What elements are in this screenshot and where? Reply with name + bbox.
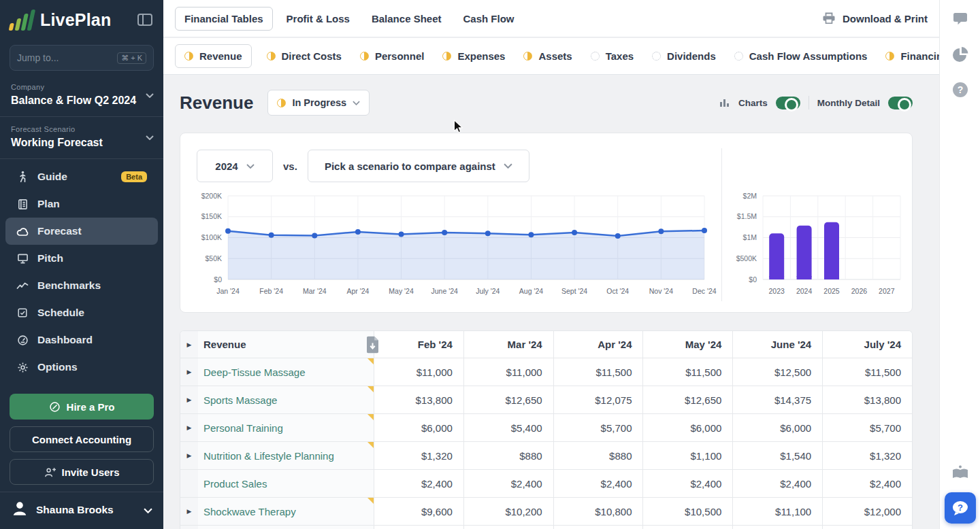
value-cell[interactable]: $6,000 <box>732 414 822 441</box>
value-cell[interactable] <box>822 526 912 529</box>
row-name-cell[interactable]: Personal Training <box>198 414 374 441</box>
expand-caret[interactable]: ▶ <box>180 358 198 386</box>
value-cell[interactable]: $6,000 <box>642 414 732 441</box>
value-cell[interactable]: $2,400 <box>732 470 822 497</box>
value-cell[interactable]: $12,000 <box>822 498 912 525</box>
value-cell[interactable]: $11,000 <box>463 358 553 386</box>
section-tab-direct-costs[interactable]: Direct Costs <box>267 50 342 62</box>
tab-cash-flow[interactable]: Cash Flow <box>455 7 522 30</box>
column-header-cell: Apr '24 <box>553 331 643 358</box>
sidebar-item-forecast[interactable]: Forecast <box>5 218 158 245</box>
expand-caret[interactable]: ▶ <box>180 498 198 525</box>
row-name-cell[interactable]: Nutrition & Lifestyle Planning <box>198 442 374 469</box>
value-cell[interactable]: $14,375 <box>732 386 822 413</box>
value-cell[interactable]: $1,320 <box>822 442 912 469</box>
tab-balance-sheet[interactable]: Balance Sheet <box>363 7 450 30</box>
value-cell[interactable]: $13,800 <box>822 386 912 413</box>
value-cell[interactable]: $11,100 <box>732 498 822 525</box>
svg-text:$2M: $2M <box>743 192 757 200</box>
value-cell[interactable]: $12,650 <box>463 386 553 413</box>
charts-icon <box>719 98 730 107</box>
value-cell[interactable]: $10,800 <box>553 498 643 525</box>
tab-financial-tables[interactable]: Financial Tables <box>175 7 273 31</box>
value-cell[interactable]: $5,400 <box>463 414 553 441</box>
value-cell[interactable]: $2,400 <box>463 470 553 497</box>
row-name-cell[interactable]: Sports Massage <box>198 386 374 413</box>
invite-users-button[interactable]: Invite Users <box>10 459 154 485</box>
value-cell[interactable]: $1,540 <box>732 442 822 469</box>
value-cell[interactable]: $10,500 <box>642 498 732 525</box>
section-tab-taxes[interactable]: Taxes <box>591 50 634 62</box>
sidebar-item-dashboard[interactable]: Dashboard <box>5 326 158 354</box>
hire-a-pro-button[interactable]: Hire a Pro <box>10 394 154 420</box>
value-cell[interactable]: $2,400 <box>822 470 912 497</box>
value-cell[interactable] <box>642 526 732 529</box>
tab-profit-and-loss[interactable]: Profit & Loss <box>278 7 358 30</box>
value-cell[interactable]: $6,000 <box>374 414 463 441</box>
gauge-icon <box>16 335 29 346</box>
row-name-cell[interactable]: Deep-Tissue Massage <box>198 358 374 386</box>
value-cell[interactable]: $880 <box>553 442 643 469</box>
value-cell[interactable]: $11,500 <box>553 358 643 386</box>
section-tab-expenses[interactable]: Expenses <box>442 50 505 62</box>
section-tab-revenue[interactable]: Revenue <box>175 44 252 68</box>
value-cell[interactable]: $2,400 <box>374 470 463 497</box>
section-tab-assets[interactable]: Assets <box>523 50 572 62</box>
download-print-button[interactable]: Download & Print <box>822 12 928 24</box>
jump-to-search-input[interactable]: Jump to... ⌘ + K <box>10 45 154 71</box>
help-question-icon[interactable]: ? <box>940 81 980 99</box>
value-cell[interactable]: $1,100 <box>642 442 732 469</box>
connect-accounting-button[interactable]: Connect Accounting <box>10 426 154 452</box>
collapse-sidebar-icon[interactable] <box>137 14 152 26</box>
compare-scenario-dropdown[interactable]: Pick a scenario to compare against <box>308 150 529 182</box>
section-tab-personnel[interactable]: Personnel <box>360 50 425 62</box>
value-cell[interactable] <box>463 526 553 529</box>
sidebar-item-benchmarks[interactable]: Benchmarks <box>5 272 158 299</box>
company-selector[interactable]: Company Balance & Flow Q2 2024 <box>0 75 163 117</box>
sidebar-item-options[interactable]: Options <box>5 354 158 381</box>
value-cell[interactable]: $12,500 <box>732 358 822 386</box>
value-cell[interactable]: $2,400 <box>642 470 732 497</box>
value-cell[interactable]: $5,700 <box>553 414 643 441</box>
value-cell[interactable]: $10,200 <box>463 498 553 525</box>
value-cell[interactable]: $11,500 <box>822 358 912 386</box>
value-cell[interactable]: $13,800 <box>374 386 463 413</box>
monthly-detail-toggle[interactable] <box>888 97 913 109</box>
value-cell[interactable]: $880 <box>463 442 553 469</box>
value-cell[interactable] <box>553 526 643 529</box>
row-name-cell[interactable]: Shockwave Therapy <box>198 498 374 525</box>
expand-caret[interactable]: ▶ <box>180 331 198 358</box>
sidebar-item-pitch[interactable]: Pitch <box>5 245 158 272</box>
sidebar-item-plan[interactable]: Plan <box>5 190 158 218</box>
value-cell[interactable]: $2,400 <box>553 470 643 497</box>
value-cell[interactable]: $9,600 <box>374 498 463 525</box>
row-name-cell[interactable]: Product Sales <box>198 470 374 497</box>
row-name-cell[interactable] <box>198 526 374 529</box>
export-file-icon[interactable] <box>365 336 380 354</box>
value-cell[interactable]: $12,650 <box>642 386 732 413</box>
value-cell[interactable] <box>732 526 822 529</box>
section-tab-dividends[interactable]: Dividends <box>652 50 716 62</box>
expand-caret[interactable]: ▶ <box>180 386 198 413</box>
feedback-comment-icon[interactable] <box>940 12 980 27</box>
value-cell[interactable]: $12,075 <box>553 386 643 413</box>
value-cell[interactable]: $1,320 <box>374 442 463 469</box>
expand-caret[interactable]: ▶ <box>180 414 198 441</box>
value-cell[interactable] <box>374 526 463 529</box>
status-dropdown[interactable]: In Progress <box>267 90 370 116</box>
value-cell[interactable]: $5,700 <box>822 414 912 441</box>
user-menu[interactable]: Shauna Brooks <box>0 492 163 529</box>
live-chat-button[interactable]: ? <box>945 492 976 524</box>
pie-chart-icon[interactable] <box>940 46 980 64</box>
charts-toggle[interactable] <box>776 97 800 109</box>
expand-caret[interactable]: ▶ <box>180 442 198 469</box>
year-dropdown[interactable]: 2024 <box>197 150 273 182</box>
sidebar-item-guide[interactable]: Guide Beta <box>5 163 158 190</box>
value-cell[interactable]: $11,500 <box>642 358 732 386</box>
value-cell[interactable]: $11,000 <box>374 358 463 386</box>
resources-book-icon[interactable] <box>940 465 980 480</box>
section-tab-cash-flow-assumptions[interactable]: Cash Flow Assumptions <box>734 50 868 62</box>
sidebar-item-schedule[interactable]: Schedule <box>5 299 158 326</box>
scenario-selector[interactable]: Forecast Scenario Working Forecast <box>0 117 163 159</box>
table-row: ▶Personal Training$6,000$5,400$5,700$6,0… <box>180 414 912 442</box>
